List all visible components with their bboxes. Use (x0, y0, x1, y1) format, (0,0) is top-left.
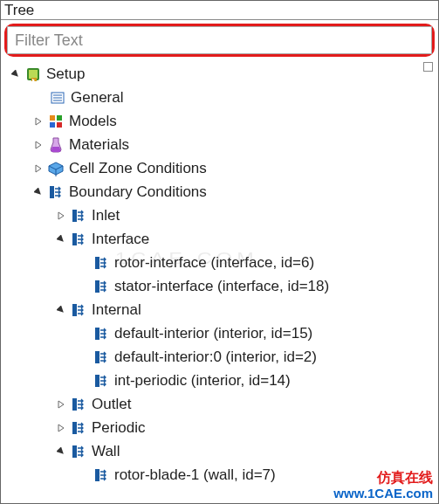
tree-item-rotor-interface[interactable]: rotor-interface (interface, id=6) (1, 251, 438, 274)
tree-item-materials[interactable]: Materials (1, 133, 438, 156)
tree-label: Boundary Conditions (65, 181, 207, 204)
svg-rect-16 (95, 328, 99, 340)
tree-item-models[interactable]: Models (1, 109, 438, 133)
expander-open-icon[interactable] (32, 186, 45, 198)
svg-rect-18 (95, 375, 99, 387)
svg-rect-11 (72, 210, 77, 222)
tree-label: int-periodic (interior, id=14) (111, 369, 291, 392)
tree-label: stator-interface (interface, id=18) (111, 275, 329, 298)
expander-closed-icon[interactable] (32, 139, 45, 151)
svg-rect-1 (29, 70, 38, 79)
tree-item-interface[interactable]: Interface (1, 227, 438, 251)
collapse-panel-icon[interactable] (423, 62, 433, 72)
tree-item-general[interactable]: General (1, 86, 438, 109)
boundary-icon (69, 230, 88, 249)
boundary-icon (92, 371, 111, 390)
tree-label: default-interior (interior, id=15) (111, 322, 312, 345)
tree-item-inlet[interactable]: Inlet (1, 204, 438, 227)
tree-item-outlet[interactable]: Outlet (1, 392, 438, 416)
tree-item-internal[interactable]: Internal (1, 298, 438, 321)
svg-rect-6 (50, 115, 55, 121)
tree-label: Outlet (88, 393, 131, 416)
tree-label: General (67, 86, 123, 109)
materials-icon (46, 135, 65, 155)
tree-label: rotor-interface (interface, id=6) (111, 252, 314, 274)
boundary-icon (46, 183, 65, 202)
svg-rect-19 (72, 398, 77, 411)
boundary-icon (92, 348, 111, 367)
svg-rect-17 (95, 351, 99, 363)
svg-rect-22 (95, 469, 99, 481)
svg-rect-14 (95, 280, 99, 293)
boundary-icon (69, 418, 88, 438)
boundary-icon (92, 324, 111, 343)
boundary-icon (69, 300, 88, 320)
expander-closed-icon[interactable] (32, 115, 45, 128)
svg-rect-8 (50, 122, 55, 128)
filter-input[interactable] (7, 26, 432, 54)
tree-item-rotor-blade-1[interactable]: rotor-blade-1 (wall, id=7) (1, 463, 438, 487)
boundary-icon (69, 395, 88, 414)
svg-rect-9 (57, 122, 62, 128)
svg-rect-12 (72, 233, 77, 245)
panel-title: Tree (1, 1, 438, 20)
tree-item-cell-zone-conditions[interactable]: Cell Zone Conditions (1, 156, 438, 180)
setup-icon (24, 65, 43, 84)
models-icon (46, 112, 65, 131)
general-icon (48, 88, 67, 107)
tree-item-wall[interactable]: Wall (1, 439, 438, 463)
tree-label: Cell Zone Conditions (65, 157, 207, 180)
tree-label: Setup (43, 63, 85, 86)
tree-label: Inlet (88, 204, 120, 227)
tree-item-stator-interface[interactable]: stator-interface (interface, id=18) (1, 274, 438, 298)
brand-en: www.1CAE.com (333, 486, 433, 501)
boundary-icon (69, 442, 88, 461)
cell-zone-icon (46, 159, 65, 178)
svg-rect-7 (57, 115, 62, 121)
expander-open-icon[interactable] (55, 445, 67, 458)
boundary-icon (92, 253, 111, 273)
boundary-icon (69, 206, 88, 225)
tree-label: default-interior:0 (interior, id=2) (111, 346, 317, 369)
tree-label: Models (65, 110, 117, 133)
svg-rect-13 (95, 257, 99, 269)
svg-rect-21 (72, 445, 77, 458)
tree-label: Interface (88, 228, 149, 251)
tree-item-periodic[interactable]: Periodic (1, 416, 438, 439)
tree-label: Wall (88, 440, 120, 463)
expander-open-icon[interactable] (55, 304, 67, 316)
svg-rect-20 (72, 422, 77, 434)
boundary-icon (92, 277, 111, 296)
expander-open-icon[interactable] (10, 68, 22, 80)
tree-label: Internal (88, 299, 141, 321)
expander-closed-icon[interactable] (55, 422, 67, 434)
tree-label: rotor-blade-1 (wall, id=7) (111, 464, 276, 487)
tree-panel: Tree Setup (0, 0, 439, 504)
svg-rect-15 (72, 304, 77, 316)
expander-open-icon[interactable] (55, 233, 67, 245)
svg-rect-10 (50, 186, 54, 198)
tree-item-default-interior-2[interactable]: default-interior:0 (interior, id=2) (1, 345, 438, 369)
tree-item-setup[interactable]: Setup (1, 62, 438, 86)
tree-item-int-periodic[interactable]: int-periodic (interior, id=14) (1, 369, 438, 392)
tree-item-default-interior-15[interactable]: default-interior (interior, id=15) (1, 321, 438, 345)
expander-closed-icon[interactable] (32, 162, 45, 175)
outline-tree[interactable]: Setup General (1, 60, 438, 487)
expander-closed-icon[interactable] (55, 210, 67, 222)
tree-label: Periodic (88, 417, 145, 439)
boundary-icon (92, 466, 111, 485)
tree-item-boundary-conditions[interactable]: Boundary Conditions (1, 180, 438, 204)
expander-closed-icon[interactable] (55, 398, 67, 411)
tree-label: Materials (65, 134, 129, 156)
filter-highlight-box (4, 24, 435, 57)
